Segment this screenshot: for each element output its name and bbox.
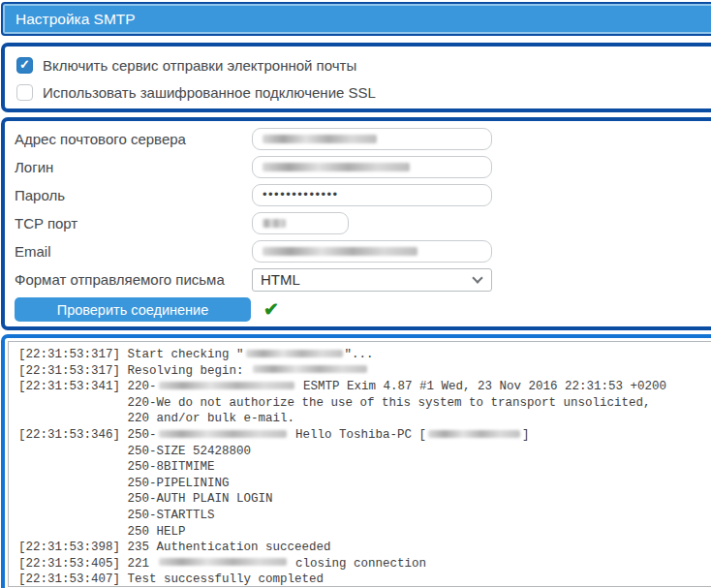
log-line: [22:31:53:398] 235 Authentication succee… [18,540,711,556]
log-text: [22:31:53:341] 220- [18,380,157,393]
log-text: 250-STARTTLS [18,509,215,522]
email-input[interactable] [252,240,492,263]
redacted-text [159,558,287,566]
enable-email-checkbox[interactable]: ✓ [16,57,33,74]
checkbox-section: ✓ Включить сервис отправки электронной п… [1,43,711,112]
enable-email-row: ✓ Включить сервис отправки электронной п… [16,51,703,78]
masked-password: ••••••••••••• [263,188,339,201]
log-line: [22:31:53:405] 221 closing connection [18,556,711,573]
log-line: 250-8BITMIME [18,459,711,476]
use-ssl-checkbox[interactable]: ✓ [16,84,33,101]
log-text: Hello Toshiba-PC [ [289,428,427,442]
log-text: [22:31:53:317] Resolving begin: [18,364,251,378]
log-line: 250-SIZE 52428800 [18,444,711,460]
log-section: [22:31:53:317] Start checking ""...[22:3… [1,334,711,588]
chevron-down-icon [472,272,482,283]
use-ssl-row: ✓ Использовать зашифрованное подключение… [16,78,703,106]
log-text: 250-8BITMIME [18,460,215,474]
login-row: Логин [15,153,711,181]
tcp-port-label: TCP порт [15,215,252,232]
redacted-text [253,365,367,373]
server-row: Адрес почтового сервера [15,125,711,153]
log-line: 220-We do not authorize the use of this … [18,395,711,412]
log-text: [22:31:53:317] Start checking " [18,348,244,361]
log-text: [22:31:53:405] 221 [18,557,157,571]
log-line: 250-STARTTLS [18,508,711,524]
redacted-text [159,382,294,389]
password-row: Пароль ••••••••••••• [15,181,711,209]
panel-header: Настройка SMTP [1,2,711,36]
log-line: [22:31:53:407] Test successfully complet… [18,572,711,587]
log-line: [22:31:53:317] Resolving begin: [18,363,711,380]
form-section: Адрес почтового сервера Логин Пароль •••… [1,117,711,330]
checkbox-check-icon: ✓ [19,58,30,71]
log-text: 250-SIZE 52428800 [18,445,251,458]
test-connection-row: Проверить соединение ✔ [15,294,711,325]
log-line: 220 and/or bulk e-mail. [18,411,711,427]
tcp-port-input[interactable] [252,212,349,234]
login-input[interactable] [252,156,492,178]
log-text: "... [345,348,374,361]
enable-email-label: Включить сервис отправки электронной поч… [43,57,356,74]
log-text: 220 and/or bulk e-mail. [18,412,294,425]
redacted-text [246,350,343,357]
log-line: 250 HELP [18,524,711,541]
format-selected-value: HTML [261,271,300,288]
log-text: 220-We do not authorize the use of this … [18,396,651,410]
log-text: [22:31:53:346] 250- [18,428,157,442]
log-output[interactable]: [22:31:53:317] Start checking ""...[22:3… [8,341,711,587]
log-text: 250-AUTH PLAIN LOGIN [18,492,273,506]
redacted-value [263,135,377,143]
log-line: [22:31:53:341] 220- ESMTP Exim 4.87 #1 W… [18,379,711,395]
use-ssl-label: Использовать зашифрованное подключение S… [43,84,376,101]
smtp-settings-panel: Настройка SMTP ✓ Включить сервис отправк… [0,0,711,588]
redacted-value [263,163,410,171]
tcp-port-row: TCP порт [15,209,711,237]
password-label: Пароль [15,187,252,203]
format-select[interactable]: HTML [252,268,492,292]
redacted-text [159,430,287,438]
server-input[interactable] [252,128,492,150]
format-label: Формат отправляемого письма [15,271,252,288]
format-row: Формат отправляемого письма HTML [15,265,711,294]
redacted-value [263,247,417,256]
log-line: [22:31:53:317] Start checking ""... [18,347,711,363]
success-check-icon: ✔ [263,300,279,319]
page-title: Настройка SMTP [15,11,136,28]
log-text: [22:31:53:407] Test successfully complet… [18,573,324,586]
server-label: Адрес почтового сервера [15,131,252,147]
log-text: 250 HELP [18,525,186,539]
redacted-value [263,219,286,228]
log-line: 250-AUTH PLAIN LOGIN [18,491,711,508]
log-line: 250-PIPELINING [18,476,711,492]
redacted-text [428,430,520,438]
log-line: [22:31:53:346] 250- Hello Toshiba-PC [] [18,427,711,444]
password-input[interactable]: ••••••••••••• [252,184,492,206]
email-label: Email [15,243,252,260]
email-row: Email [15,237,711,265]
test-connection-button[interactable]: Проверить соединение [15,297,251,322]
log-text: ESMTP Exim 4.87 #1 Wed, 23 Nov 2016 22:3… [296,380,667,393]
log-text: ] [522,428,530,442]
log-text: 250-PIPELINING [18,477,230,490]
log-text: closing connection [289,557,427,571]
log-text: [22:31:53:398] 235 Authentication succee… [18,541,331,554]
login-label: Логин [15,159,252,175]
